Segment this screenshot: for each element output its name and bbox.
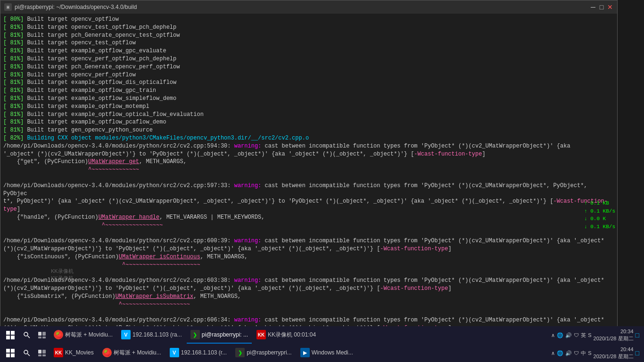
ime-icon[interactable]: S — [588, 332, 591, 338]
clock-upper[interactable]: 20:34 2020/1/28 星期二 — [594, 328, 634, 343]
upload-rate: ↑ 0.1 KB/s — [584, 207, 615, 215]
taskbar-upper-items: 🍓 树莓派 + Movidiu... V 192.168.1.103 (ra..… — [50, 327, 547, 344]
maximize-button[interactable]: □ — [598, 4, 605, 10]
svg-line-7 — [28, 354, 30, 356]
terminal-line: [ 81%] Built target example_optflow_gpc_… — [3, 87, 614, 95]
taskbar-item-label: KK_Movies — [65, 349, 94, 356]
terminal-line: /home/pi/Downloads/opencv-3.4.0/modules/… — [3, 142, 614, 158]
taskbar-item-vnc1[interactable]: V 192.168.1.103 (ra... — [117, 327, 186, 344]
clock-lower[interactable]: 20:44 2020/1/28 星期二 — [594, 346, 634, 361]
download-stat: ↓ 0.0 K — [584, 215, 615, 223]
terminal-line: ^~~~~~~~~~~~~~~~~~ — [3, 222, 614, 230]
search-button[interactable] — [20, 327, 34, 344]
notification-button-lower[interactable]: □ — [636, 349, 639, 357]
terminal-line: [ 81%] Built target example_optflow_dis_… — [3, 79, 614, 87]
svg-line-1 — [28, 336, 30, 338]
svg-rect-2 — [38, 332, 41, 336]
terminal-line: {"handle", (PyCFunction)UMatWrapper_hand… — [3, 214, 614, 222]
terminal-line: [ 82%] Building CXX object modules/pytho… — [3, 134, 614, 142]
kkmovies-icon: KK — [54, 348, 63, 357]
terminal-line: [ 81%] Built target pch_Generate_opencv_… — [3, 63, 614, 71]
terminal-titlebar: ▣ pi@raspberrypi: ~/Downloads/opencv-3.4… — [0, 0, 617, 14]
network-stats: ↑ 0.1 KB ↑ 0.1 KB/s ↓ 0.0 K ↓ 0.1 KB/s — [582, 198, 617, 231]
terminal-icon-lower: ❯ — [235, 348, 245, 357]
terminal-window: ▣ pi@raspberrypi: ~/Downloads/opencv-3.4… — [0, 0, 618, 330]
taskbar-item-label: Windows Medi... — [312, 349, 353, 356]
show-hidden-icons-lower[interactable]: ∧ — [551, 350, 555, 356]
terminal-line: /home/pi/Downloads/opencv-3.4.0/modules/… — [3, 237, 614, 253]
close-button[interactable]: ✕ — [607, 4, 613, 10]
start-button-lower[interactable] — [2, 345, 19, 362]
notification-button[interactable]: □ — [636, 331, 639, 339]
taskbar-item-label: 树莓派 + Movidiu... — [65, 331, 113, 339]
terminal-line: [ 81%] Built target example_optflow_mote… — [3, 103, 614, 111]
taskbar-item-strawberry-lower[interactable]: 🍓 树莓派 + Movidiu... — [99, 345, 165, 362]
terminal-line: [ 81%] Built target pch_Generate_opencv_… — [3, 32, 614, 40]
terminal-line: {"isContinuous", (PyCFunction)UMatWrappe… — [3, 253, 614, 261]
start-button[interactable] — [2, 327, 19, 344]
taskbar-lower-items: KK KK_Movies 🍓 树莓派 + Movidiu... V 192.16… — [50, 345, 547, 362]
taskbar-item-label: 192.168.1.103 (r... — [181, 349, 227, 356]
taskbar-item-kk1[interactable]: KK KK录像机 00:01:04 — [253, 327, 320, 344]
strawberry-icon: 🍓 — [54, 330, 63, 339]
systray-lower: ∧ 🌐 🔊 🛡 中 S 20:44 2020/1/28 星期二 □ — [548, 346, 642, 361]
terminal-title: pi@raspberrypi: ~/Downloads/opencv-3.4.0… — [15, 4, 137, 10]
svg-rect-9 — [42, 350, 46, 354]
terminal-line: /home/pi/Downloads/opencv-3.4.0/modules/… — [3, 277, 614, 293]
terminal-line: [ 80%] Built target opencv_optflow — [3, 16, 614, 24]
terminal-line — [3, 174, 614, 182]
svg-rect-10 — [38, 354, 41, 356]
volume-icon-lower[interactable]: 🔊 — [565, 350, 572, 356]
network-icon[interactable]: 🌐 — [557, 332, 563, 338]
shield-icon[interactable]: 🛡 — [574, 332, 579, 338]
taskbar-item-label: KK录像机 00:01:04 — [268, 331, 316, 339]
svg-rect-8 — [38, 350, 41, 354]
download-rate: ↓ 0.1 KB/s — [584, 223, 615, 231]
terminal-line: [ 81%] Built target example_optflow_pcaf… — [3, 118, 614, 126]
search-button-lower[interactable] — [20, 345, 34, 362]
wmp-icon: ▶ — [300, 348, 310, 357]
terminal-line: [ 81%] Built target gen_opencv_python_so… — [3, 126, 614, 134]
taskbar-item-wmp[interactable]: ▶ Windows Medi... — [297, 345, 357, 362]
taskbar-item-vnc-lower[interactable]: V 192.168.1.103 (r... — [166, 345, 231, 362]
taskbar-item-terminal-lower[interactable]: ❯ pi@raspberrypri... — [231, 345, 296, 362]
terminal-line: [ 81%] Built target example_optflow_simp… — [3, 95, 614, 103]
minimize-button[interactable]: ─ — [590, 4, 596, 10]
terminal-line: [ 81%] Built target opencv_test_optflow_… — [3, 24, 614, 32]
volume-icon[interactable]: 🔊 — [565, 332, 572, 338]
vnc-icon-lower: V — [170, 348, 179, 357]
taskbar-item-terminal[interactable]: ❯ pi@raspberrypi: ... — [187, 327, 252, 344]
terminal-line — [3, 269, 614, 277]
terminal-line: ^~~~~~~~~~~~~~~~~~~~~ — [3, 301, 614, 309]
terminal-line: [ 81%] Built target opencv_perf_optflow — [3, 71, 614, 79]
kk-icon: KK — [256, 330, 266, 339]
taskbar-item-label: pi@raspberrypi: ... — [202, 331, 248, 338]
terminal-line: [ 81%] Built target opencv_test_optflow — [3, 39, 614, 47]
taskbar-item-strawberry[interactable]: 🍓 树莓派 + Movidiu... — [50, 327, 116, 344]
terminal-line: ^~~~~~~~~~~~~~~ — [3, 166, 614, 174]
terminal-line — [3, 308, 614, 316]
task-view-button-lower[interactable] — [35, 345, 49, 362]
svg-rect-3 — [42, 332, 46, 336]
show-hidden-icons[interactable]: ∧ — [551, 332, 555, 338]
taskbar-item-kkmovies[interactable]: KK KK_Movies — [50, 345, 98, 362]
terminal-line: /home/pi/Downloads/opencv-3.4.0/modules/… — [3, 182, 614, 214]
terminal-line — [3, 230, 614, 238]
svg-point-6 — [24, 350, 28, 354]
taskbar-item-label: 树莓派 + Movidiu... — [114, 349, 161, 357]
terminal-line: [ 81%] Built target example_optflow_gpc_… — [3, 47, 614, 55]
lang-indicator[interactable]: 英 — [581, 332, 586, 339]
lang-indicator-lower[interactable]: 中 — [581, 350, 586, 357]
shield-icon-lower[interactable]: 🛡 — [574, 350, 579, 356]
terminal-line: [ 81%] Built target opencv_perf_optflow_… — [3, 55, 614, 63]
ime-icon-lower[interactable]: S — [588, 350, 591, 356]
terminal-line: {"get", (PyCFunction)UMatWrapper_get, ME… — [3, 158, 614, 166]
network-icon-lower[interactable]: 🌐 — [557, 350, 563, 356]
taskbar-item-label: pi@raspberrypri... — [247, 349, 292, 356]
task-view-button[interactable] — [35, 327, 49, 344]
vnc-icon: V — [121, 330, 131, 339]
systray-upper: ∧ 🌐 🔊 🛡 英 S 20:34 2020/1/28 星期二 □ — [548, 328, 642, 343]
terminal-body[interactable]: [ 80%] Built target opencv_optflow [ 81%… — [0, 14, 617, 329]
taskbar-upper: 🍓 树莓派 + Movidiu... V 192.168.1.103 (ra..… — [0, 326, 644, 344]
terminal-icon: ▣ — [4, 3, 12, 11]
